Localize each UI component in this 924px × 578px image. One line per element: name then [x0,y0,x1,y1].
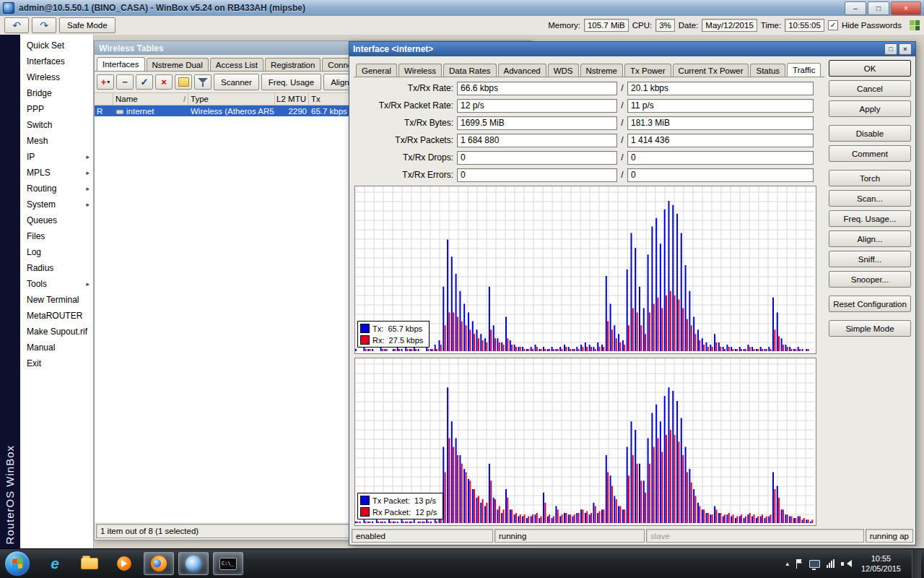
filter-button[interactable] [194,74,212,90]
wireless-tables-tab[interactable]: Registration [265,58,321,72]
maximize-icon[interactable]: □ [868,1,889,15]
taskbar-cmd-button[interactable]: C:\_ [213,552,243,575]
taskbar-winbox-button[interactable] [178,552,209,575]
action-center-flag-icon[interactable] [796,559,803,569]
tx-value-field[interactable]: 66.6 kbps [457,82,617,95]
hide-passwords-checkbox[interactable]: ✓ [828,20,838,30]
sidebar-item[interactable]: Log [20,244,93,260]
dialog-button[interactable]: Scan... [829,190,911,207]
sidebar-item[interactable]: Radius [20,260,93,276]
sidebar-item[interactable]: Make Supout.rif [20,324,93,340]
dialog-button[interactable]: Align... [829,230,911,247]
taskbar-explorer-button[interactable] [74,552,105,575]
dialog-tab[interactable]: General [356,64,397,77]
signal-bars-icon[interactable] [827,559,834,568]
dialog-close-icon[interactable]: × [899,43,912,55]
taskbar-firefox-button[interactable] [144,552,174,575]
rx-value-field[interactable]: 1 414 436 [627,134,814,147]
l2mtu-column-header[interactable]: L2 MTU [275,93,309,105]
sidebar-item-label: IP [27,152,35,162]
toolbar-text-button[interactable]: Scanner [214,74,259,90]
sidebar-item[interactable]: Manual [20,340,93,355]
sidebar-item[interactable]: Tools ▸ [20,276,93,292]
dialog-button[interactable]: Simple Mode [829,320,911,337]
tray-expand-icon[interactable]: ▴ [785,560,789,567]
add-interface-button[interactable]: + ▾ [97,74,114,90]
dialog-button[interactable]: Apply [829,100,911,117]
dialog-tab[interactable]: WDS [548,64,579,77]
rx-value-field[interactable]: 20.1 kbps [627,82,814,95]
rx-value-field[interactable]: 0 [627,168,814,182]
undo-button[interactable]: ↶ [4,17,29,33]
toolbar-text-button[interactable]: Freq. Usage [261,74,321,90]
sidebar-item[interactable]: Files [20,228,93,244]
safe-mode-button[interactable]: Safe Mode [59,17,116,33]
rx-value-field[interactable]: 181.3 MiB [627,116,814,130]
dialog-button[interactable]: Torch [829,170,911,186]
disable-button[interactable]: × [155,74,173,90]
wireless-tables-tab[interactable]: Access List [210,58,263,72]
dialog-button[interactable]: Disable [829,125,911,142]
dialog-tab[interactable]: Nstreme [580,64,623,77]
dialog-tab[interactable]: Current Tx Power [673,64,749,77]
sidebar-item[interactable]: IP ▸ [20,149,93,165]
dialog-button[interactable]: Sniff... [829,251,911,267]
rx-value-field[interactable]: 11 p/s [627,99,814,113]
sidebar-item[interactable]: MPLS ▸ [20,165,93,181]
dialog-tab[interactable]: Advanced [498,64,546,77]
redo-button[interactable]: ↷ [32,17,56,33]
dialog-button[interactable]: Snooper... [829,271,911,288]
close-icon[interactable]: × [891,1,921,15]
sidebar-item[interactable]: Mesh [20,133,93,149]
wireless-tables-tab[interactable]: Interfaces [97,57,145,72]
taskbar-ie-button[interactable]: e [40,552,70,575]
cpu-value: 3% [655,19,675,32]
sidebar-item[interactable]: Queues [20,212,93,228]
row-flag: R [95,107,113,116]
dialog-tab[interactable]: Status [750,64,785,77]
sidebar-item[interactable]: Bridge [20,85,93,101]
minimize-icon[interactable]: – [845,1,866,15]
sidebar-item[interactable]: Wireless [20,69,93,85]
plus-icon: + [101,77,107,87]
sidebar-item[interactable]: Interfaces [20,53,93,69]
taskbar-clock[interactable]: 10:55 12/05/2015 [857,553,905,574]
dialog-tab[interactable]: Wireless [398,64,442,77]
start-button[interactable] [4,551,30,577]
type-column-header[interactable]: Type [188,93,275,105]
sidebar-item[interactable]: Exit [20,355,93,371]
dialog-button[interactable]: Freq. Usage... [829,210,911,227]
flag-column-header[interactable] [95,93,113,105]
sidebar-item[interactable]: New Terminal [20,292,93,308]
rx-value-field[interactable]: 0 [627,151,814,165]
taskbar-media-button[interactable] [109,552,139,575]
dialog-button[interactable]: OK [829,60,911,77]
sidebar-item[interactable]: MetaROUTER [20,308,93,324]
network-monitor-icon[interactable] [809,560,820,568]
sidebar-item[interactable]: System ▸ [20,197,93,212]
tx-value-field[interactable]: 12 p/s [457,99,617,113]
dialog-restore-icon[interactable]: □ [884,43,897,55]
interface-dialog-titlebar[interactable]: Interface <internet> □ × [349,42,915,56]
volume-icon[interactable] [841,559,850,569]
dialog-tab[interactable]: Traffic [787,63,821,77]
sidebar-item[interactable]: Quick Set [20,38,93,53]
tx-value-field[interactable]: 0 [457,168,617,182]
name-column-header[interactable]: Name / [113,93,188,105]
dialog-tab[interactable]: Data Rates [443,64,497,77]
sidebar-item[interactable]: Switch [20,117,93,133]
dialog-button[interactable]: Reset Configuration [829,296,911,312]
dialog-button[interactable]: Comment [829,145,911,162]
dialog-button[interactable]: Cancel [829,80,911,97]
remove-interface-button[interactable]: − [116,74,134,90]
tx-value-field[interactable]: 1 684 880 [457,134,617,147]
dialog-tab[interactable]: Tx Power [624,64,671,77]
show-desktop-button[interactable] [912,549,921,578]
comment-button[interactable] [175,74,192,90]
tx-value-field[interactable]: 1699.5 MiB [457,116,617,130]
sidebar-item[interactable]: PPP [20,101,93,117]
sidebar-item[interactable]: Routing ▸ [20,181,93,197]
tx-value-field[interactable]: 0 [457,151,617,165]
enable-button[interactable]: ✓ [136,74,153,90]
wireless-tables-tab[interactable]: Nstreme Dual [147,58,209,72]
